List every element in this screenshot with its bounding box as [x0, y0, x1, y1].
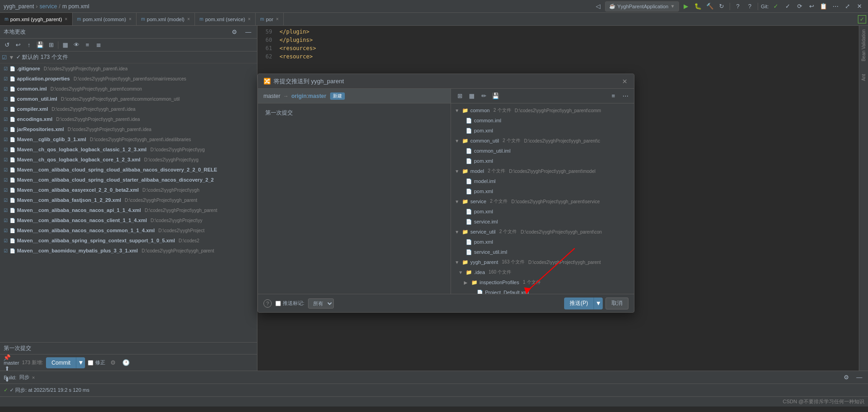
- file-item-easyexcel[interactable]: ☑ 📄 Maven__com_alibaba_easyexcel_2_2_0_b…: [0, 185, 257, 195]
- check-easyexcel[interactable]: ☑: [4, 188, 8, 193]
- close-window-icon[interactable]: ✕: [854, 1, 864, 11]
- push-dropdown-btn[interactable]: ▼: [594, 298, 603, 309]
- git-history-icon[interactable]: 📋: [818, 1, 828, 11]
- tree-model-iml[interactable]: 📄 model.iml: [451, 176, 634, 186]
- push-tag-dropdown[interactable]: 所有: [308, 298, 334, 309]
- file-item-nacos-common[interactable]: ☑ 📄 Maven__com_alibaba_nacos_nacos_commo…: [0, 225, 257, 235]
- panel-settings-icon[interactable]: ⚙: [229, 27, 240, 37]
- tree-common-iml[interactable]: 📄 common.iml: [451, 115, 634, 126]
- upload-icon[interactable]: ↑: [24, 40, 34, 50]
- tree-expand-yygh[interactable]: ▼: [455, 260, 460, 265]
- undo-icon[interactable]: ↩: [13, 40, 23, 50]
- push-button[interactable]: 推送(P): [564, 298, 594, 309]
- sync-label[interactable]: 同步: [19, 374, 29, 381]
- diff-icon[interactable]: ⊞: [46, 40, 56, 50]
- back-icon[interactable]: ◁: [593, 1, 603, 11]
- eye-icon[interactable]: 👁: [71, 40, 81, 50]
- amend-checkbox[interactable]: [88, 360, 93, 366]
- check-logback-classic[interactable]: ☑: [4, 147, 8, 152]
- tree-edit-icon[interactable]: ✏: [479, 91, 489, 101]
- section-header-default[interactable]: ☑ ▼ ✓ 默认的 173 个文件: [0, 52, 257, 63]
- tree-sort-icon[interactable]: ≡: [608, 91, 618, 101]
- build-settings-icon[interactable]: ⚙: [841, 372, 851, 383]
- tree-more-icon[interactable]: ⋯: [620, 91, 630, 101]
- tree-yygh-parent[interactable]: ▼ 📁 yygh_parent 163 个文件 D:\codes2\yyghPr…: [451, 257, 634, 267]
- commit-settings-icon[interactable]: ⚙: [108, 358, 118, 368]
- check-nacos-common[interactable]: ☑: [4, 228, 8, 233]
- file-item-logback-classic[interactable]: ☑ 📄 Maven__ch_qos_logback_logback_classi…: [0, 144, 257, 154]
- dialog-close-btn[interactable]: ✕: [621, 78, 628, 85]
- update-icon[interactable]: ↻: [717, 1, 727, 11]
- file-item-encodings[interactable]: ☑ 📄 encodings.xml D:\codes2\yyghProject\…: [0, 114, 257, 124]
- run-icon[interactable]: ▶: [681, 1, 691, 11]
- tree-expand-service-util[interactable]: ▼: [455, 229, 460, 235]
- push-tag-checkbox[interactable]: [275, 301, 281, 306]
- file-item-commonutil[interactable]: ☑ 📄 common_util.iml D:\codes2\yyghProjec…: [0, 94, 257, 104]
- tree-save-icon[interactable]: 💾: [491, 91, 501, 101]
- file-item-nacos-client[interactable]: ☑ 📄 Maven__com_alibaba_nacos_nacos_clien…: [0, 215, 257, 225]
- check-cglib[interactable]: ☑: [4, 137, 8, 142]
- tree-service-util-pom[interactable]: 📄 pom.xml: [451, 237, 634, 247]
- file-item-fastjson[interactable]: ☑ 📄 Maven__com_alibaba_fastjson_1_2_29.x…: [0, 195, 257, 205]
- tree-service-iml[interactable]: 📄 service.iml: [451, 217, 634, 227]
- tree-expand-service[interactable]: ▼: [455, 199, 460, 204]
- sort-icon[interactable]: ≣: [93, 40, 103, 50]
- check-compiler[interactable]: ☑: [4, 107, 8, 112]
- sidebar-tab-ant[interactable]: Ant: [861, 74, 866, 81]
- file-item-jarrepos[interactable]: ☑ 📄 jarRepositories.xml D:\codes2\yyghPr…: [0, 124, 257, 134]
- tree-service-util[interactable]: ▼ 📁 service_util 2 个文件 D:\codes2\yyghPro…: [451, 227, 634, 237]
- file-item-nacos-disc2[interactable]: ☑ 📄 Maven__com_alibaba_cloud_spring_clou…: [0, 175, 257, 185]
- tab-pom-service[interactable]: m pom.xml (service) ×: [195, 13, 256, 26]
- commit-button[interactable]: Commit: [46, 357, 76, 368]
- file-item-nacos-disc1[interactable]: ☑ 📄 Maven__com_alibaba_cloud_spring_clou…: [0, 165, 257, 175]
- tree-common-util[interactable]: ▼ 📁 common_util 2 个文件 D:\codes2\yyghProj…: [451, 136, 634, 146]
- group-icon[interactable]: ▦: [60, 40, 70, 50]
- file-item-compiler[interactable]: ☑ 📄 compiler.xml D:\codes2\yyghProject\y…: [0, 104, 257, 114]
- tree-project-default[interactable]: 📄 Project_Default.xml: [451, 287, 634, 294]
- git-undo-icon[interactable]: ↩: [806, 1, 817, 11]
- filter-icon[interactable]: ≡: [82, 40, 92, 50]
- check-encodings[interactable]: ☑: [4, 117, 8, 122]
- tree-service-util-iml[interactable]: 📄 service_util.iml: [451, 247, 634, 257]
- tree-inspection-profiles[interactable]: ▶ 📁 inspectionProfiles 1 个文件: [451, 277, 634, 287]
- file-item-spring-support[interactable]: ☑ 📄 Maven__com_alibaba_spring_spring_con…: [0, 235, 257, 246]
- file-item-nacos-api[interactable]: ☑ 📄 Maven__com_alibaba_nacos_nacos_api_1…: [0, 205, 257, 215]
- tree-expand-inspection[interactable]: ▶: [464, 280, 469, 285]
- tree-model[interactable]: ▼ 📁 model 2 个文件 D:\codes2\yyghProject\yy…: [451, 166, 634, 176]
- sync-close-btn[interactable]: ×: [32, 375, 35, 380]
- check-nacos-client[interactable]: ☑: [4, 218, 8, 223]
- git-maximize-icon[interactable]: ⤢: [842, 1, 852, 11]
- help-icon[interactable]: ?: [733, 1, 743, 11]
- debug-icon[interactable]: 🐛: [693, 1, 703, 11]
- run-config-dropdown[interactable]: ▼: [670, 4, 675, 9]
- dialog-help-icon[interactable]: ?: [263, 299, 272, 308]
- check-commonutil[interactable]: ☑: [4, 97, 8, 102]
- tree-service-pom[interactable]: 📄 pom.xml: [451, 206, 634, 217]
- git-check-icon[interactable]: ✓: [771, 1, 781, 11]
- build-icon[interactable]: 🔨: [705, 1, 715, 11]
- panel-minimize-icon[interactable]: —: [243, 27, 253, 37]
- section-expand[interactable]: ▼: [9, 54, 14, 61]
- file-item-appprops[interactable]: ☑ 📄 application.properties D:\codes2\yyg…: [0, 74, 257, 84]
- bottom-icon-3[interactable]: ⬇: [2, 374, 12, 384]
- file-item-logback-core[interactable]: ☑ 📄 Maven__ch_qos_logback_logback_core_1…: [0, 154, 257, 165]
- check-logback-core[interactable]: ☑: [4, 157, 8, 162]
- tree-expand-model[interactable]: ▼: [455, 169, 460, 174]
- help2-icon[interactable]: ?: [745, 1, 755, 11]
- check-spring-support[interactable]: ☑: [4, 238, 8, 243]
- push-tag-label[interactable]: 推送标记:: [275, 300, 304, 307]
- tree-expand-common-util[interactable]: ▼: [455, 138, 460, 143]
- tree-expand-icon[interactable]: ⊞: [455, 91, 465, 101]
- tree-expand-common[interactable]: ▼: [455, 108, 460, 113]
- save-icon[interactable]: 💾: [35, 40, 45, 50]
- file-item-mybatis[interactable]: ☑ 📄 Maven__com_baomidou_mybatis_plus_3_3…: [0, 246, 257, 256]
- tab-pom-model[interactable]: m pom.xml (model) ×: [137, 13, 195, 26]
- tab-close-2[interactable]: ×: [129, 17, 131, 22]
- tree-idea[interactable]: ▼ 📁 .idea 160 个文件: [451, 267, 634, 277]
- git-push-icon[interactable]: ⟳: [794, 1, 805, 11]
- tab-close-3[interactable]: ×: [187, 17, 190, 22]
- tab-close-1[interactable]: ×: [65, 17, 68, 22]
- tree-common-pom[interactable]: 📄 pom.xml: [451, 126, 634, 136]
- check-commoniml[interactable]: ☑: [4, 86, 8, 92]
- file-item-commoniml[interactable]: ☑ 📄 common.iml D:\codes2\yyghProject\yyg…: [0, 84, 257, 94]
